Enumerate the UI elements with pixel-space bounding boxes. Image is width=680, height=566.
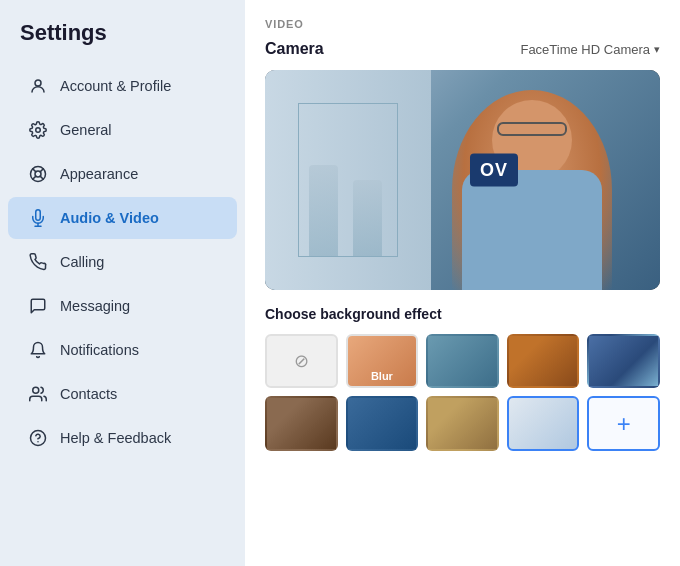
- bg-effect-t1[interactable]: [426, 334, 499, 388]
- bell-icon: [28, 340, 48, 360]
- bg-effect-none[interactable]: ⊘: [265, 334, 338, 388]
- svg-line-7: [33, 176, 36, 179]
- section-label: VIDEO: [265, 18, 660, 30]
- main-content: VIDEO Camera FaceTime HD Camera ▾: [245, 0, 680, 566]
- sidebar-item-calling[interactable]: Calling: [8, 241, 237, 283]
- sidebar-item-audio-video-label: Audio & Video: [60, 210, 159, 226]
- sidebar-item-contacts-label: Contacts: [60, 386, 117, 402]
- video-preview-inner: OV: [265, 70, 660, 290]
- bg-effect-t2[interactable]: [507, 334, 580, 388]
- camera-row: Camera FaceTime HD Camera ▾: [265, 40, 660, 58]
- blur-label: Blur: [371, 370, 393, 382]
- svg-line-6: [40, 169, 43, 172]
- camera-title: Camera: [265, 40, 324, 58]
- sidebar-item-messaging-label: Messaging: [60, 298, 130, 314]
- sidebar-item-audio-video[interactable]: Audio & Video: [8, 197, 237, 239]
- sidebar-item-help[interactable]: Help & Feedback: [8, 417, 237, 459]
- bg-effect-t3[interactable]: [587, 334, 660, 388]
- add-icon: +: [617, 410, 631, 438]
- gear-icon: [28, 120, 48, 140]
- phone-icon: [28, 252, 48, 272]
- sidebar-item-messaging[interactable]: Messaging: [8, 285, 237, 327]
- bg-effects-grid: ⊘ Blur +: [265, 334, 660, 451]
- sidebar: Settings Account & Profile General: [0, 0, 245, 566]
- none-icon: ⊘: [294, 350, 309, 372]
- sidebar-item-appearance-label: Appearance: [60, 166, 138, 182]
- sidebar-item-contacts[interactable]: Contacts: [8, 373, 237, 415]
- appearance-icon: [28, 164, 48, 184]
- svg-point-10: [33, 387, 39, 393]
- bg-effect-t5[interactable]: [346, 396, 419, 450]
- sidebar-item-appearance[interactable]: Appearance: [8, 153, 237, 195]
- mic-icon: [28, 208, 48, 228]
- bg-effect-add[interactable]: +: [587, 396, 660, 450]
- svg-point-1: [36, 128, 41, 133]
- person-icon: [28, 76, 48, 96]
- svg-line-4: [33, 169, 36, 172]
- bg-effect-t7[interactable]: [507, 396, 580, 450]
- svg-point-0: [35, 80, 41, 86]
- sidebar-item-general-label: General: [60, 122, 112, 138]
- bg-effect-blur[interactable]: Blur: [346, 334, 419, 388]
- message-icon: [28, 296, 48, 316]
- sidebar-item-account-label: Account & Profile: [60, 78, 171, 94]
- svg-line-5: [40, 176, 43, 179]
- sidebar-title: Settings: [0, 20, 245, 64]
- contact-icon: [28, 384, 48, 404]
- help-icon: [28, 428, 48, 448]
- video-preview: OV: [265, 70, 660, 290]
- camera-select-dropdown[interactable]: FaceTime HD Camera ▾: [520, 42, 660, 57]
- bg-effect-t6[interactable]: [426, 396, 499, 450]
- bg-effect-t4[interactable]: [265, 396, 338, 450]
- sidebar-item-notifications-label: Notifications: [60, 342, 139, 358]
- camera-device-name: FaceTime HD Camera: [520, 42, 650, 57]
- bg-effects-title: Choose background effect: [265, 306, 660, 322]
- sidebar-item-notifications[interactable]: Notifications: [8, 329, 237, 371]
- chevron-down-icon: ▾: [654, 43, 660, 56]
- sidebar-item-help-label: Help & Feedback: [60, 430, 171, 446]
- sidebar-item-general[interactable]: General: [8, 109, 237, 151]
- sidebar-item-calling-label: Calling: [60, 254, 104, 270]
- ov-badge: OV: [470, 154, 518, 187]
- sidebar-item-account[interactable]: Account & Profile: [8, 65, 237, 107]
